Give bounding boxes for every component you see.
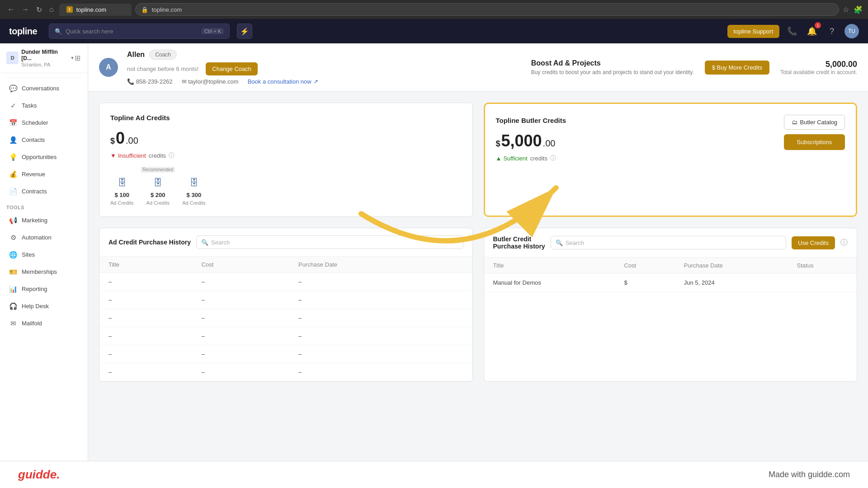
ad-row-date: –	[289, 273, 472, 291]
table-row: – – –	[99, 327, 472, 345]
butler-action-buttons: 🗂 Butler Catalog Subscriptions	[784, 115, 845, 150]
app-logo: topline	[9, 26, 37, 37]
package-200-price: $ 200	[151, 192, 165, 198]
up-chevron-icon: ▲	[496, 155, 502, 162]
package-100-label: Ad Credits	[110, 200, 133, 206]
sidebar-item-sites[interactable]: 🌐 Sites	[3, 247, 85, 263]
sidebar-label-revenue: Revenue	[22, 171, 45, 178]
ad-history-header: Ad Credit Purchase History 🔍 Search	[99, 228, 472, 257]
butler-info-icon[interactable]: ⓘ	[550, 154, 556, 162]
help-icon[interactable]: ?	[825, 24, 839, 38]
back-button[interactable]: ←	[5, 4, 16, 15]
ad-row-title: –	[99, 309, 193, 327]
scheduler-icon: 📅	[9, 119, 17, 127]
ad-history-search[interactable]: 🔍 Search	[196, 235, 463, 249]
star-icon[interactable]: ☆	[843, 5, 849, 14]
sidebar-item-reporting[interactable]: 📊 Reporting	[3, 281, 85, 297]
ad-history-card: Ad Credit Purchase History 🔍 Search Titl…	[99, 228, 473, 382]
package-300-stack-icon: 🗄	[187, 175, 201, 190]
credits-main-section: Topline Ad Credits $ 0 .00 ▼ Insufficien…	[88, 92, 868, 228]
butler-row-cost: $	[615, 274, 675, 292]
butler-search-placeholder: Search	[566, 239, 584, 246]
top-nav-right: topline Support 📞 🔔 1 ? TU	[727, 24, 859, 38]
sidebar-label-marketing: Marketing	[22, 217, 47, 224]
sidebar-item-contracts[interactable]: 📄 Contracts	[3, 183, 85, 200]
butler-row-title: Manual for Demos	[484, 274, 615, 292]
book-consultation-link[interactable]: Book a consultation now ↗	[248, 78, 318, 85]
phone-icon[interactable]: 📞	[785, 24, 799, 38]
refresh-button[interactable]: ↻	[34, 4, 44, 16]
sidebar-item-memberships[interactable]: 🎫 Memberships	[3, 264, 85, 280]
sidebar-item-helpdesk[interactable]: 🎧 Help Desk	[3, 298, 85, 314]
sidebar-label-automation: Automation	[22, 234, 52, 241]
reporting-icon: 📊	[9, 285, 17, 293]
sidebar-item-marketing[interactable]: 📢 Marketing	[3, 212, 85, 229]
package-100[interactable]: 🗄 $ 100 Ad Credits	[110, 175, 133, 206]
ad-dollar-sign: $	[110, 136, 115, 146]
sidebar-item-mailfold[interactable]: ✉ Mailfold	[3, 315, 85, 332]
butler-history-title: Butler Credit Purchase History	[493, 235, 545, 250]
sidebar-label-contacts: Contacts	[22, 136, 45, 143]
total-credits-section: 5,000.00 Total available credit in accou…	[780, 60, 857, 75]
tab-favicon: t	[66, 6, 73, 13]
sidebar-item-scheduler[interactable]: 📅 Scheduler	[3, 115, 85, 131]
subscriptions-button[interactable]: Subscriptions	[784, 134, 845, 150]
butler-history-info-icon[interactable]: ⓘ	[840, 238, 848, 248]
ad-info-icon[interactable]: ⓘ	[169, 151, 175, 160]
guidde-footer: guidde. Made with guidde.com	[0, 461, 868, 488]
sidebar-item-opportunities[interactable]: 💡 Opportunities	[3, 149, 85, 165]
content-area: A Allen Coach not change before 6 monts!…	[88, 43, 868, 488]
ad-row-cost: –	[193, 327, 289, 345]
ad-status-text: Insufficient	[118, 152, 146, 159]
sidebar-item-tasks[interactable]: ✓ Tasks	[3, 98, 85, 114]
ad-row-title: –	[99, 345, 193, 363]
sidebar-divider-1	[6, 78, 81, 78]
package-200[interactable]: Recommended 🗄 $ 200 Ad Credits	[141, 167, 175, 206]
sidebar-item-automation[interactable]: ⚙ Automation	[3, 230, 85, 246]
table-row: – – –	[99, 273, 472, 291]
opportunities-icon: 💡	[9, 153, 17, 161]
butler-col-title: Title	[484, 258, 615, 274]
down-chevron-icon: ▼	[110, 152, 116, 159]
ad-amount-decimal: .00	[126, 136, 138, 146]
butler-catalog-label: Butler Catalog	[800, 119, 837, 126]
address-bar[interactable]: 🔒 topline.com	[135, 3, 839, 16]
notification-badge: 1	[815, 22, 821, 28]
ad-history-title: Ad Credit Purchase History	[108, 239, 191, 246]
butler-history-search[interactable]: 🔍 Search	[551, 236, 786, 249]
lightning-button[interactable]: ⚡	[237, 23, 252, 39]
sidebar-item-revenue[interactable]: 💰 Revenue	[3, 166, 85, 183]
user-avatar[interactable]: TU	[844, 24, 859, 38]
ad-status-row: ▼ Insufficient credits ⓘ	[110, 151, 462, 160]
profile-name: Allen	[127, 51, 145, 59]
search-placeholder: Quick search here	[66, 28, 113, 35]
ad-row-title: –	[99, 273, 193, 291]
guidde-tagline: Made with guidde.com	[769, 470, 850, 479]
use-credits-button[interactable]: Use Credits	[792, 236, 835, 249]
sidebar-item-contacts[interactable]: 👤 Contacts	[3, 132, 85, 148]
sidebar-label-sites: Sites	[22, 251, 35, 258]
package-100-price: $ 100	[114, 192, 129, 198]
search-bar[interactable]: 🔍 Quick search here Ctrl + K	[49, 23, 230, 39]
recommended-badge: Recommended	[141, 167, 175, 173]
package-300[interactable]: 🗄 $ 300 Ad Credits	[182, 175, 205, 206]
conversations-icon: 💬	[9, 84, 17, 93]
home-button[interactable]: ⌂	[47, 4, 56, 15]
table-row: Manual for Demos $ Jun 5, 2024	[484, 274, 857, 292]
ad-amount-big: 0	[116, 129, 125, 148]
support-button[interactable]: topline Support	[727, 25, 779, 38]
boost-desc: Buy credits to boost your ads and projec…	[531, 69, 694, 75]
browser-chrome: ← → ↻ ⌂ t topline.com 🔒 topline.com ☆ 🧩	[0, 0, 868, 19]
ad-credits-title: Topline Ad Credits	[110, 114, 462, 122]
buy-more-credits-button[interactable]: $ Buy More Credits	[705, 61, 769, 75]
ad-status-badge: ▼ Insufficient	[110, 152, 146, 159]
change-coach-button[interactable]: Change Coach	[206, 62, 258, 75]
mailfold-icon: ✉	[9, 319, 17, 328]
browser-tab[interactable]: t topline.com	[59, 4, 132, 16]
forward-button[interactable]: →	[20, 4, 31, 15]
extensions-icon[interactable]: 🧩	[854, 5, 863, 14]
sidebar-item-conversations[interactable]: 💬 Conversations	[3, 80, 85, 97]
sidebar-collapse-button[interactable]: ⊞	[74, 53, 81, 63]
butler-catalog-button[interactable]: 🗂 Butler Catalog	[784, 115, 845, 130]
butler-row-date: Jun 5, 2024	[675, 274, 788, 292]
